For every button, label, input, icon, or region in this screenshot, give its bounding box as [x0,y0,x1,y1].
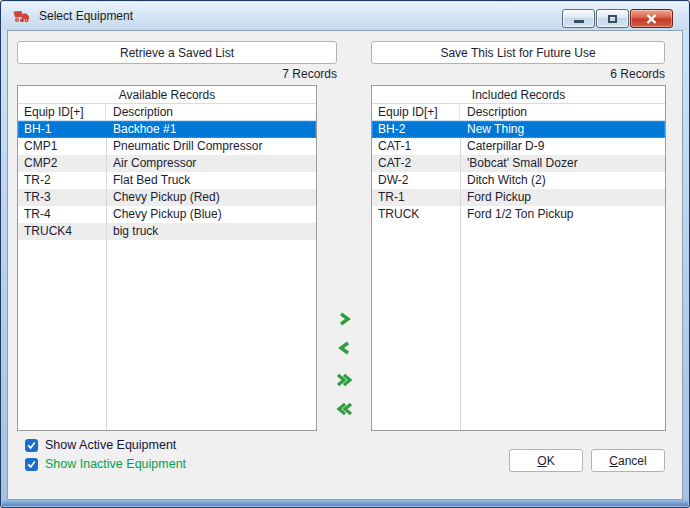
list-item[interactable]: CMP2 Air Compressor [18,155,316,172]
list-item[interactable]: TRUCK Ford 1/2 Ton Pickup [372,206,665,223]
included-records-header: Included Records [372,86,665,104]
show-inactive-equipment-checkbox[interactable]: Show Inactive Equipment [25,457,186,471]
list-item[interactable]: CAT-2 'Bobcat' Small Dozer [372,155,665,172]
select-equipment-dialog: Select Equipment Retrieve a Saved List S… [0,0,690,508]
move-left-button[interactable] [335,339,353,357]
dialog-body: Retrieve a Saved List Save This List for… [7,30,683,500]
chevron-right-icon [338,312,351,326]
check-icon [26,459,37,469]
save-list-label: Save This List for Future Use [440,46,595,60]
show-active-equipment-label: Show Active Equipment [45,438,176,452]
available-column-headers: Equip ID[+] Description [18,104,316,121]
ok-label: OK [537,454,554,468]
move-right-button[interactable] [335,310,353,328]
included-column-headers: Equip ID[+] Description [372,104,665,121]
close-button[interactable] [630,9,673,28]
list-item[interactable]: TR-1 Ford Pickup [372,189,665,206]
window-frame-bottom [2,500,688,506]
included-record-count: 6 Records [371,67,665,82]
available-rows-area: BH-1 Backhoe #1 CMP1 Pneumatic Drill Com… [18,121,316,430]
show-active-equipment-checkbox[interactable]: Show Active Equipment [25,438,176,452]
column-divider [460,121,461,430]
available-record-count: 7 Records [17,67,337,82]
column-divider [106,121,107,430]
included-records-list: Included Records Equip ID[+] Description… [371,85,666,431]
list-item[interactable]: BH-1 Backhoe #1 [18,121,316,138]
minimize-icon [574,20,584,23]
move-all-right-button[interactable] [335,371,353,389]
double-chevron-right-icon [336,373,353,387]
double-chevron-left-icon [336,402,353,416]
column-header-description[interactable]: Description [106,104,316,120]
retrieve-saved-list-button[interactable]: Retrieve a Saved List [17,41,337,64]
checkbox-checked-icon [25,458,38,471]
included-rows-area: BH-2 New Thing CAT-1 Caterpillar D-9 CAT… [372,121,665,430]
cancel-button[interactable]: Cancel [591,449,665,472]
list-item[interactable]: TR-3 Chevy Pickup (Red) [18,189,316,206]
minimize-button[interactable] [562,9,595,28]
column-header-equip-id[interactable]: Equip ID[+] [18,104,106,120]
available-records-list: Available Records Equip ID[+] Descriptio… [17,85,317,431]
available-records-header: Available Records [18,86,316,104]
truck-icon [13,9,31,23]
window-title: Select Equipment [39,9,133,23]
list-item[interactable]: CAT-1 Caterpillar D-9 [372,138,665,155]
list-item[interactable]: BH-2 New Thing [372,121,665,138]
list-item[interactable]: CMP1 Pneumatic Drill Compressor [18,138,316,155]
list-item[interactable]: TRUCK4 big truck [18,223,316,240]
retrieve-saved-list-label: Retrieve a Saved List [120,46,234,60]
check-icon [26,440,37,450]
chevron-left-icon [338,341,351,355]
list-item[interactable]: TR-2 Flat Bed Truck [18,172,316,189]
show-inactive-equipment-label: Show Inactive Equipment [45,457,186,471]
list-item[interactable]: TR-4 Chevy Pickup (Blue) [18,206,316,223]
ok-button[interactable]: OK [509,449,583,472]
maximize-button[interactable] [596,9,629,28]
cancel-label: Cancel [609,454,646,468]
column-header-equip-id[interactable]: Equip ID[+] [372,104,460,120]
move-all-left-button[interactable] [335,400,353,418]
column-header-description[interactable]: Description [460,104,665,120]
save-list-button[interactable]: Save This List for Future Use [371,41,665,64]
list-item[interactable]: DW-2 Ditch Witch (2) [372,172,665,189]
checkbox-checked-icon [25,439,38,452]
maximize-icon [608,15,617,23]
close-icon [646,14,657,24]
